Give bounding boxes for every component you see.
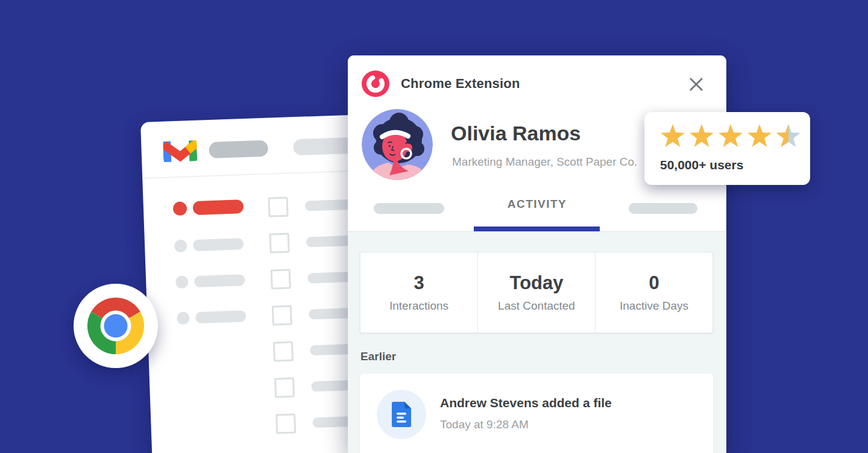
checkbox-icon [269,233,290,254]
chrome-logo-badge [74,284,158,368]
stat-value: Today [510,272,564,294]
sidebar-dot [173,201,187,216]
sidebar-dot [174,239,187,252]
star-icon [746,122,773,149]
star-icon [659,122,687,149]
gmail-sidebar-item-active [173,199,244,216]
stat-inactive-days: 0 Inactive Days [595,252,712,333]
activity-list-item[interactable]: Andrew Stevens added a file Today at 9:2… [360,373,713,453]
sidebar-pill [193,199,244,215]
activity-tab-content: 3 Interactions Today Last Contacted 0 In… [348,232,726,453]
activity-icon-circle [377,390,426,439]
google-docs-icon [392,402,411,427]
avatar [362,109,433,180]
stat-last-contacted: Today Last Contacted [477,252,595,333]
sidebar-dot [177,311,190,325]
gmail-header-placeholder-dark [209,140,268,158]
stat-value: 3 [414,272,424,294]
stat-label: Interactions [389,299,448,313]
checkbox-icon [273,341,294,361]
gmail-sidebar-item [175,273,245,289]
stat-value: 0 [649,272,659,294]
tab-placeholder-right[interactable] [629,203,697,214]
users-count-label: 50,000+ users [660,158,743,172]
star-rating [659,122,802,149]
activity-section-label: Earlier [360,350,396,363]
checkbox-icon [272,305,292,325]
sidebar-pill [194,274,245,287]
contact-name: Olivia Ramos [451,122,580,145]
star-icon [688,122,715,149]
stat-label: Inactive Days [620,299,688,313]
chrome-logo-icon [86,296,145,355]
activity-item-title: Andrew Stevens added a file [440,396,612,410]
gmail-logo-icon [163,135,198,163]
star-icon [717,122,744,149]
contact-subtitle: Marketing Manager, Scott Paper Co. [452,155,637,169]
checkbox-icon [268,197,288,217]
stats-card: 3 Interactions Today Last Contacted 0 In… [360,252,713,333]
sidebar-pill [195,310,247,323]
sidebar-pill [193,238,244,251]
gmail-sidebar-item [174,237,244,252]
star-icon [775,122,802,149]
activity-item-time: Today at 9:28 AM [440,418,529,431]
rating-card: 50,000+ users [644,112,810,185]
copper-logo-icon [362,70,389,97]
panel-title: Chrome Extension [401,76,520,92]
gmail-sidebar-item [177,310,247,325]
checkbox-icon [275,413,296,434]
checkbox-icon [271,269,291,289]
page-background: Chrome Extension [0,0,868,453]
sidebar-dot [175,275,189,289]
active-tab-underline [474,226,600,231]
stat-label: Last Contacted [498,299,575,313]
stat-interactions: 3 Interactions [360,252,477,333]
checkbox-icon [274,377,295,398]
close-icon[interactable] [687,75,706,94]
